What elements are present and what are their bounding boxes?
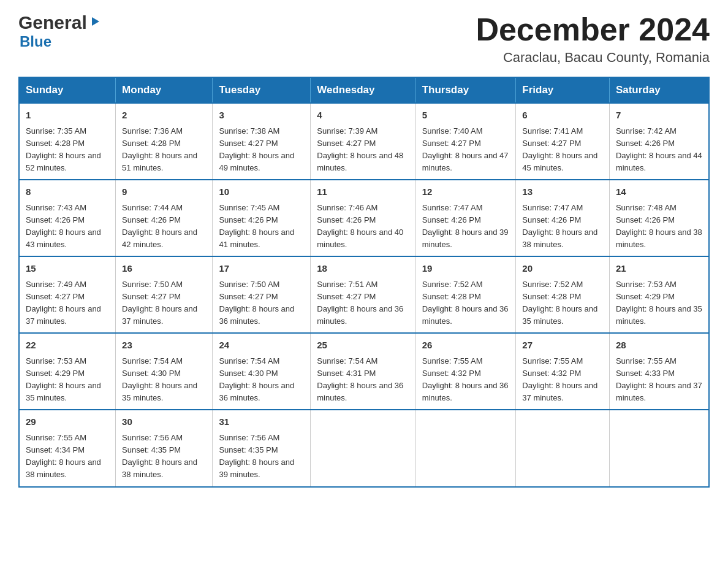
page-title: December 2024 (476, 12, 710, 47)
day-info: Sunrise: 7:55 AMSunset: 4:32 PMDaylight:… (422, 355, 510, 405)
day-info: Sunrise: 7:55 AMSunset: 4:34 PMDaylight:… (26, 432, 109, 481)
day-number: 20 (522, 262, 603, 276)
calendar-day-cell: 26Sunrise: 7:55 AMSunset: 4:32 PMDayligh… (415, 333, 516, 410)
day-number: 16 (122, 262, 206, 276)
calendar-week-row: 8Sunrise: 7:43 AMSunset: 4:26 PMDaylight… (19, 180, 709, 256)
calendar-day-cell (311, 410, 415, 486)
day-number: 13 (522, 185, 603, 199)
calendar-day-cell: 31Sunrise: 7:56 AMSunset: 4:35 PMDayligh… (213, 410, 311, 486)
day-number: 24 (219, 339, 304, 353)
calendar-day-cell: 17Sunrise: 7:50 AMSunset: 4:27 PMDayligh… (213, 256, 311, 333)
calendar-day-cell: 4Sunrise: 7:39 AMSunset: 4:27 PMDaylight… (311, 103, 415, 180)
day-info: Sunrise: 7:53 AMSunset: 4:29 PMDaylight:… (26, 355, 109, 405)
calendar-day-cell: 7Sunrise: 7:42 AMSunset: 4:26 PMDaylight… (609, 103, 709, 180)
day-number: 25 (317, 339, 409, 353)
day-number: 26 (422, 339, 510, 353)
day-info: Sunrise: 7:35 AMSunset: 4:28 PMDaylight:… (26, 125, 109, 175)
page-subtitle: Caraclau, Bacau County, Romania (476, 50, 710, 66)
day-number: 30 (122, 415, 206, 429)
calendar-day-cell: 28Sunrise: 7:55 AMSunset: 4:33 PMDayligh… (609, 333, 709, 410)
calendar-week-row: 1Sunrise: 7:35 AMSunset: 4:28 PMDaylight… (19, 103, 709, 180)
logo-arrow-icon (88, 15, 102, 31)
logo-general-text: General (18, 12, 87, 33)
calendar-day-cell: 11Sunrise: 7:46 AMSunset: 4:26 PMDayligh… (311, 180, 415, 256)
page-header: General Blue December 2024 Caraclau, Bac… (18, 12, 710, 66)
calendar-day-cell: 23Sunrise: 7:54 AMSunset: 4:30 PMDayligh… (116, 333, 213, 410)
calendar-day-cell: 6Sunrise: 7:41 AMSunset: 4:27 PMDaylight… (516, 103, 610, 180)
day-info: Sunrise: 7:36 AMSunset: 4:28 PMDaylight:… (122, 125, 206, 175)
day-info: Sunrise: 7:39 AMSunset: 4:27 PMDaylight:… (317, 125, 409, 175)
day-info: Sunrise: 7:56 AMSunset: 4:35 PMDaylight:… (122, 432, 206, 481)
day-info: Sunrise: 7:50 AMSunset: 4:27 PMDaylight:… (122, 278, 206, 328)
day-info: Sunrise: 7:40 AMSunset: 4:27 PMDaylight:… (422, 125, 510, 175)
col-wednesday: Wednesday (311, 77, 415, 103)
day-info: Sunrise: 7:45 AMSunset: 4:26 PMDaylight:… (219, 202, 304, 251)
calendar-day-cell (516, 410, 610, 486)
day-number: 27 (522, 339, 603, 353)
calendar-day-cell: 8Sunrise: 7:43 AMSunset: 4:26 PMDaylight… (19, 180, 116, 256)
day-info: Sunrise: 7:52 AMSunset: 4:28 PMDaylight:… (422, 278, 510, 328)
day-info: Sunrise: 7:48 AMSunset: 4:26 PMDaylight:… (616, 202, 702, 251)
day-number: 1 (26, 109, 109, 123)
day-number: 31 (219, 415, 304, 429)
calendar-day-cell: 14Sunrise: 7:48 AMSunset: 4:26 PMDayligh… (609, 180, 709, 256)
day-number: 11 (317, 185, 409, 199)
calendar-week-row: 15Sunrise: 7:49 AMSunset: 4:27 PMDayligh… (19, 256, 709, 333)
calendar-day-cell: 12Sunrise: 7:47 AMSunset: 4:26 PMDayligh… (415, 180, 516, 256)
calendar-table: Sunday Monday Tuesday Wednesday Thursday… (18, 77, 710, 487)
day-info: Sunrise: 7:47 AMSunset: 4:26 PMDaylight:… (422, 202, 510, 251)
logo-blue-text: Blue (20, 33, 51, 50)
day-number: 18 (317, 262, 409, 276)
calendar-day-cell: 1Sunrise: 7:35 AMSunset: 4:28 PMDaylight… (19, 103, 116, 180)
calendar-header-row: Sunday Monday Tuesday Wednesday Thursday… (19, 77, 709, 103)
calendar-day-cell: 29Sunrise: 7:55 AMSunset: 4:34 PMDayligh… (19, 410, 116, 486)
day-info: Sunrise: 7:46 AMSunset: 4:26 PMDaylight:… (317, 202, 409, 251)
calendar-day-cell: 18Sunrise: 7:51 AMSunset: 4:27 PMDayligh… (311, 256, 415, 333)
day-number: 10 (219, 185, 304, 199)
day-number: 2 (122, 109, 206, 123)
calendar-week-row: 22Sunrise: 7:53 AMSunset: 4:29 PMDayligh… (19, 333, 709, 410)
col-thursday: Thursday (415, 77, 516, 103)
calendar-day-cell: 10Sunrise: 7:45 AMSunset: 4:26 PMDayligh… (213, 180, 311, 256)
day-info: Sunrise: 7:38 AMSunset: 4:27 PMDaylight:… (219, 125, 304, 175)
calendar-day-cell: 3Sunrise: 7:38 AMSunset: 4:27 PMDaylight… (213, 103, 311, 180)
calendar-day-cell: 9Sunrise: 7:44 AMSunset: 4:26 PMDaylight… (116, 180, 213, 256)
day-number: 8 (26, 185, 109, 199)
day-info: Sunrise: 7:54 AMSunset: 4:30 PMDaylight:… (122, 355, 206, 405)
calendar-week-row: 29Sunrise: 7:55 AMSunset: 4:34 PMDayligh… (19, 410, 709, 486)
calendar-day-cell: 22Sunrise: 7:53 AMSunset: 4:29 PMDayligh… (19, 333, 116, 410)
day-number: 3 (219, 109, 304, 123)
col-monday: Monday (116, 77, 213, 103)
calendar-day-cell: 19Sunrise: 7:52 AMSunset: 4:28 PMDayligh… (415, 256, 516, 333)
calendar-day-cell: 27Sunrise: 7:55 AMSunset: 4:32 PMDayligh… (516, 333, 610, 410)
day-info: Sunrise: 7:56 AMSunset: 4:35 PMDaylight:… (219, 432, 304, 481)
day-info: Sunrise: 7:44 AMSunset: 4:26 PMDaylight:… (122, 202, 206, 251)
day-info: Sunrise: 7:55 AMSunset: 4:33 PMDaylight:… (616, 355, 702, 405)
col-friday: Friday (516, 77, 610, 103)
calendar-day-cell: 2Sunrise: 7:36 AMSunset: 4:28 PMDaylight… (116, 103, 213, 180)
calendar-day-cell: 16Sunrise: 7:50 AMSunset: 4:27 PMDayligh… (116, 256, 213, 333)
day-number: 14 (616, 185, 702, 199)
day-info: Sunrise: 7:54 AMSunset: 4:30 PMDaylight:… (219, 355, 304, 405)
day-info: Sunrise: 7:41 AMSunset: 4:27 PMDaylight:… (522, 125, 603, 175)
day-info: Sunrise: 7:43 AMSunset: 4:26 PMDaylight:… (26, 202, 109, 251)
day-info: Sunrise: 7:50 AMSunset: 4:27 PMDaylight:… (219, 278, 304, 328)
day-info: Sunrise: 7:51 AMSunset: 4:27 PMDaylight:… (317, 278, 409, 328)
day-number: 7 (616, 109, 702, 123)
day-number: 21 (616, 262, 702, 276)
col-sunday: Sunday (19, 77, 116, 103)
day-number: 28 (616, 339, 702, 353)
day-number: 5 (422, 109, 510, 123)
day-number: 12 (422, 185, 510, 199)
day-number: 19 (422, 262, 510, 276)
calendar-day-cell: 25Sunrise: 7:54 AMSunset: 4:31 PMDayligh… (311, 333, 415, 410)
logo: General Blue (18, 12, 102, 50)
calendar-day-cell: 5Sunrise: 7:40 AMSunset: 4:27 PMDaylight… (415, 103, 516, 180)
day-number: 23 (122, 339, 206, 353)
day-number: 17 (219, 262, 304, 276)
col-tuesday: Tuesday (213, 77, 311, 103)
col-saturday: Saturday (609, 77, 709, 103)
calendar-day-cell (609, 410, 709, 486)
day-info: Sunrise: 7:42 AMSunset: 4:26 PMDaylight:… (616, 125, 702, 175)
calendar-day-cell: 20Sunrise: 7:52 AMSunset: 4:28 PMDayligh… (516, 256, 610, 333)
